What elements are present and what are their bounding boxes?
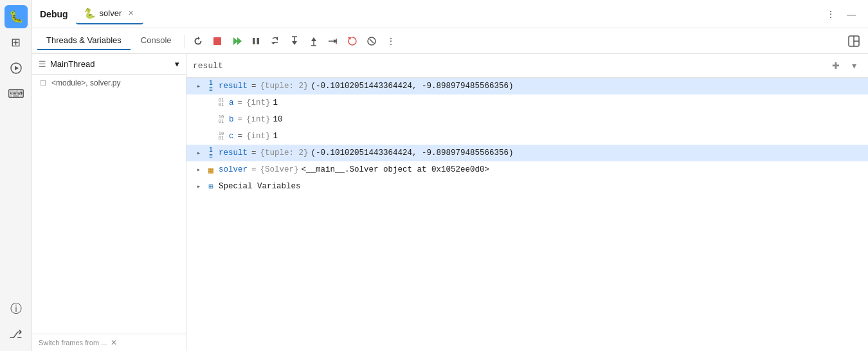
svg-marker-9 [271,42,275,44]
var-row-result-2[interactable]: ▸ 1 ≡ result = {tuple: 2} (-0.1010205144… [186,145,868,161]
svg-marker-11 [292,41,297,45]
step-over-icon [270,36,280,46]
expand-icon-special[interactable]: ▸ [194,182,203,191]
type-icon-tuple-1: 1 ≡ [206,81,216,91]
var-search-input[interactable] [193,61,824,71]
thread-lines-icon: ☰ [39,59,46,69]
var-row-special[interactable]: ▸ ⊞ Special Variables [186,178,868,195]
var-expand-button[interactable]: ▾ [846,58,862,73]
bug-icon: 🐛 [9,10,23,24]
sidebar-icon-layers[interactable]: ⊞ [5,31,28,54]
sidebar-icon-terminal[interactable]: ⌨ [5,82,28,105]
type-icon-int-a: 01 01 [216,98,226,108]
tab-close-button[interactable]: ✕ [125,8,136,19]
step-over-button[interactable] [266,32,284,50]
frame-icon: ☐ [40,79,46,87]
stop-button[interactable] [208,32,226,50]
tab-console[interactable]: Console [132,32,181,50]
thread-footer-close-btn[interactable]: ✕ [111,338,117,347]
type-icon-tuple-2: 1 ≡ [206,148,216,158]
resume-button[interactable] [228,32,246,50]
type-icon-solver: ▦ [206,165,216,175]
var-tree: ▸ 1 ≡ result = {tuple: 2} (-0.1010205144… [186,78,868,351]
var-value-c: 1 [273,132,278,141]
minimize-button[interactable]: — [842,5,860,23]
thread-selector[interactable]: ☰ MainThread [32,54,186,75]
thread-name-label: MainThread [50,59,95,69]
var-name-solver: solver [219,165,248,174]
layout-icon [848,35,860,47]
reset-button[interactable] [343,32,361,50]
var-value-result-1: (-0.10102051443364424, -9.89897948556635… [311,82,514,91]
threads-variables-label: Threads & Variables [46,35,122,45]
thread-select-dropdown[interactable]: MainThread [50,59,179,69]
var-value-result-2: (-0.10102051443364424, -9.89897948556635… [311,148,514,158]
pause-button[interactable] [247,32,265,50]
var-type-result-1: {tuple: 2} [260,82,309,91]
svg-marker-17 [334,39,338,43]
svg-marker-4 [237,37,242,45]
expand-icon-result-2[interactable]: ▸ [194,148,203,158]
sidebar-icon-alert[interactable]: ⓘ [5,297,28,320]
step-into-button[interactable] [285,32,303,50]
sidebar-icon-run[interactable] [5,57,28,80]
var-type-a: {int} [246,98,271,107]
type-icon-int-c: 10 01 [216,131,226,141]
resume-icon [231,36,242,46]
layout-button[interactable] [845,32,863,50]
alert-icon: ⓘ [10,301,22,316]
var-name-special: Special Variables [219,182,301,191]
tab-threads-variables[interactable]: Threads & Variables [37,32,131,50]
var-value-a: 1 [273,98,278,107]
step-out-icon [309,36,319,46]
svg-marker-3 [233,37,238,45]
pause-icon [251,37,260,46]
svg-marker-1 [15,66,19,71]
svg-marker-7 [276,37,278,40]
thread-frame-label: <module>, solver.py [51,78,120,87]
svg-rect-2 [213,37,221,45]
step-into-icon [289,36,300,46]
python-file-icon: 🐍 [84,8,96,19]
tab-bar: Debug 🐍 solver ✕ ⋮ — [32,0,868,28]
var-row-c[interactable]: ▸ 10 01 c = {int} 1 [186,128,868,145]
var-type-c: {int} [246,132,271,141]
cancel-button[interactable] [363,32,381,50]
sidebar-icon-debug[interactable]: 🐛 [5,5,28,28]
var-row-b[interactable]: ▸ 10 01 b = {int} 10 [186,111,868,128]
var-search-actions: ✚ ▾ [828,58,862,73]
step-out-button[interactable] [305,32,323,50]
stop-icon [213,37,222,46]
svg-marker-14 [311,37,316,41]
var-value-b: 10 [273,115,283,124]
var-name-a: a [229,98,234,107]
tab-solver[interactable]: 🐍 solver ✕ [76,4,144,24]
thread-list: ☐ <module>, solver.py [32,75,186,334]
var-search-bar: ✚ ▾ [186,54,868,78]
var-add-button[interactable]: ✚ [828,58,844,73]
var-row-result-1[interactable]: ▸ 1 ≡ result = {tuple: 2} (-0.1010205144… [186,78,868,94]
rerun-button[interactable] [189,32,207,50]
sub-toolbar-more-button[interactable]: ⋮ [382,32,400,50]
tab-bar-actions: ⋮ — [822,5,860,23]
no-expand-c: ▸ [204,132,213,141]
run-to-cursor-button[interactable] [324,32,342,50]
svg-rect-5 [253,38,255,44]
type-icon-special: ⊞ [206,181,216,192]
thread-frame-item[interactable]: ☐ <module>, solver.py [32,75,186,91]
content-pane: ☰ MainThread ☐ <module>, solver.py Switc… [32,54,868,351]
var-row-a[interactable]: ▸ 01 01 a = {int} 1 [186,94,868,111]
more-options-button[interactable]: ⋮ [822,5,840,23]
var-value-solver: <__main__.Solver object at 0x1052ee0d0> [302,165,490,174]
type-icon-int-b: 10 01 [216,114,226,125]
var-name-b: b [229,115,234,124]
sidebar-icon-git[interactable]: ⎇ [5,323,28,346]
expand-icon-solver[interactable]: ▸ [194,165,203,174]
no-expand-b: ▸ [204,115,213,124]
cancel-icon [366,36,377,46]
sidebar: 🐛 ⊞ ⌨ ⓘ ⎇ [0,0,32,351]
expand-icon-result-1[interactable]: ▸ [194,82,203,91]
var-row-solver[interactable]: ▸ ▦ solver = {Solver} <__main__.Solver o… [186,161,868,178]
reset-icon [347,36,357,46]
rerun-icon [193,36,203,46]
